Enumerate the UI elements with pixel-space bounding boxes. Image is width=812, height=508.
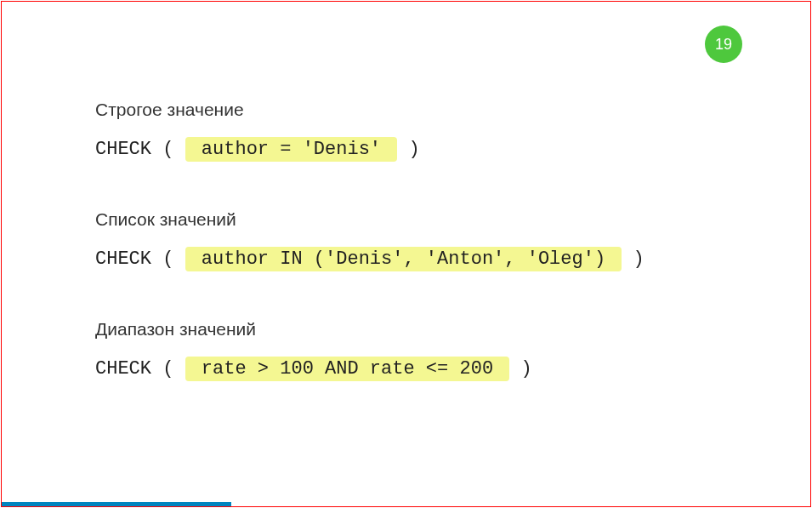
progress-bar [2, 502, 231, 506]
code-highlight: rate > 100 AND rate <= 200 [185, 357, 510, 381]
code-highlight: author IN ('Denis', 'Anton', 'Oleg') [185, 247, 622, 271]
paren-open: ( [151, 139, 185, 160]
paren-open: ( [151, 358, 185, 380]
slide-frame: 19 Строгое значение CHECK ( author = 'De… [1, 1, 811, 507]
section-strict-value: Строгое значение CHECK ( author = 'Denis… [95, 100, 742, 160]
section-list-values: Список значений CHECK ( author IN ('Deni… [95, 209, 742, 270]
section-title: Строгое значение [95, 100, 742, 120]
check-keyword: CHECK [95, 248, 151, 270]
slide-content: Строгое значение CHECK ( author = 'Denis… [95, 100, 742, 429]
page-number-badge: 19 [705, 26, 742, 63]
check-keyword: CHECK [95, 358, 151, 380]
code-line: CHECK ( author = 'Denis' ) [95, 139, 742, 160]
check-keyword: CHECK [95, 139, 151, 160]
section-title: Диапазон значений [95, 319, 742, 340]
paren-open: ( [151, 248, 185, 270]
code-highlight: author = 'Denis' [185, 137, 398, 162]
section-range-values: Диапазон значений CHECK ( rate > 100 AND… [95, 319, 742, 380]
section-title: Список значений [95, 209, 742, 230]
code-line: CHECK ( rate > 100 AND rate <= 200 ) [95, 358, 742, 380]
code-line: CHECK ( author IN ('Denis', 'Anton', 'Ol… [95, 248, 742, 270]
page-number: 19 [715, 36, 732, 54]
paren-close: ) [397, 139, 419, 160]
paren-close: ) [622, 248, 644, 270]
paren-close: ) [509, 358, 531, 380]
